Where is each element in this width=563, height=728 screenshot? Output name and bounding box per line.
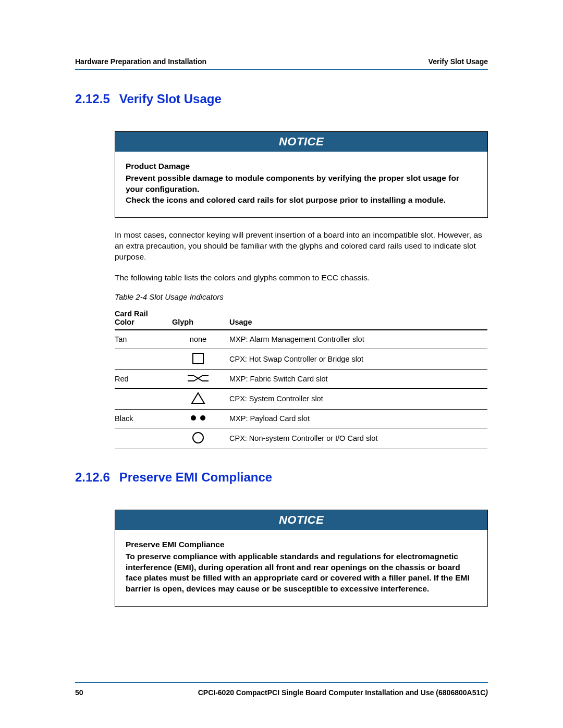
cell-usage: MXP: Alarm Management Controller slot <box>229 330 487 349</box>
notice-label: NOTICE <box>279 135 324 148</box>
table-row: CPX: Hot Swap Controller or Bridge slot <box>115 349 487 369</box>
footer-doc-title-text: CPCI-6020 CompactPCI Single Board Comput… <box>198 688 486 697</box>
cell-usage: CPX: Hot Swap Controller or Bridge slot <box>229 349 487 369</box>
section-heading-preserve-emi: 2.12.6Preserve EMI Compliance <box>75 470 488 485</box>
section-title: Preserve EMI Compliance <box>119 470 272 484</box>
page-number: 50 <box>75 688 83 697</box>
svg-marker-7 <box>192 393 204 403</box>
notice-header: NOTICE <box>115 132 487 152</box>
section-number: 2.12.6 <box>75 470 110 484</box>
cell-usage: CPX: System Controller slot <box>229 388 487 409</box>
cell-glyph <box>172 428 229 449</box>
cell-glyph <box>172 388 229 409</box>
cell-color <box>115 428 172 449</box>
svg-point-9 <box>200 415 205 421</box>
cell-glyph <box>172 409 229 428</box>
cell-glyph <box>172 349 229 369</box>
cell-color: Black <box>115 409 172 428</box>
notice-text: To preserve compliance with applicable s… <box>126 551 477 595</box>
cell-glyph <box>172 369 229 388</box>
cell-color <box>115 388 172 409</box>
notice-text-2: Check the icons and colored card rails f… <box>126 195 477 206</box>
page-footer: 50 CPCI-6020 CompactPCI Single Board Com… <box>75 682 488 697</box>
section-number: 2.12.5 <box>75 92 110 106</box>
table-header-usage: Usage <box>229 306 487 330</box>
section-title: Verify Slot Usage <box>119 92 222 106</box>
svg-rect-0 <box>193 353 203 364</box>
crossover-icon <box>187 374 210 385</box>
table-header-color: Card RailColor <box>115 306 172 330</box>
table-row: Red MXP: Fabric Switch Card slot <box>115 369 487 388</box>
notice-title: Preserve EMI Compliance <box>126 539 477 550</box>
svg-point-10 <box>193 433 203 443</box>
two-dots-icon <box>189 414 207 423</box>
section-heading-verify-slot-usage: 2.12.5Verify Slot Usage <box>75 92 488 106</box>
table-row: Tan none MXP: Alarm Management Controlle… <box>115 330 487 349</box>
cell-glyph: none <box>172 330 229 349</box>
notice-header: NOTICE <box>115 510 487 530</box>
table-row: CPX: Non-system Controller or I/O Card s… <box>115 428 487 449</box>
table-caption: Table 2-4 Slot Usage Indicators <box>115 292 488 301</box>
footer-doc-title: CPCI-6020 CompactPCI Single Board Comput… <box>198 688 488 697</box>
notice-text-1: Prevent possible damage to module compon… <box>126 173 477 195</box>
notice-label: NOTICE <box>279 513 324 526</box>
cell-usage: MXP: Fabric Switch Card slot <box>229 369 487 388</box>
running-header-left: Hardware Preparation and Installation <box>75 57 206 66</box>
footer-doc-paren: ) <box>485 688 488 697</box>
notice-title: Product Damage <box>126 161 477 172</box>
table-row: Black MXP: Payload Card slot <box>115 409 487 428</box>
body-paragraph: The following table lists the colors and… <box>115 272 488 283</box>
circle-icon <box>192 431 204 446</box>
notice-box-emi-compliance: NOTICE Preserve EMI Compliance To preser… <box>115 510 488 607</box>
cell-usage: MXP: Payload Card slot <box>229 409 487 428</box>
notice-body: Preserve EMI Compliance To preserve comp… <box>115 530 487 607</box>
table-row: CPX: System Controller slot <box>115 388 487 409</box>
body-paragraph: In most cases, connector keying will pre… <box>115 229 488 263</box>
running-header: Hardware Preparation and Installation Ve… <box>75 57 488 70</box>
notice-body: Product Damage Prevent possible damage t… <box>115 152 487 217</box>
cell-usage: CPX: Non-system Controller or I/O Card s… <box>229 428 487 449</box>
slot-usage-table: Card RailColor Glyph Usage Tan none MXP:… <box>115 306 487 449</box>
table-header-glyph: Glyph <box>172 306 229 330</box>
cell-color: Red <box>115 369 172 388</box>
cell-color <box>115 349 172 369</box>
notice-box-product-damage: NOTICE Product Damage Prevent possible d… <box>115 131 488 218</box>
triangle-icon <box>191 392 205 406</box>
running-header-right: Verify Slot Usage <box>429 57 488 66</box>
table-header-row: Card RailColor Glyph Usage <box>115 306 487 330</box>
svg-point-8 <box>191 415 196 421</box>
document-page: Hardware Preparation and Installation Ve… <box>0 0 563 638</box>
square-icon <box>192 352 204 366</box>
cell-color: Tan <box>115 330 172 349</box>
